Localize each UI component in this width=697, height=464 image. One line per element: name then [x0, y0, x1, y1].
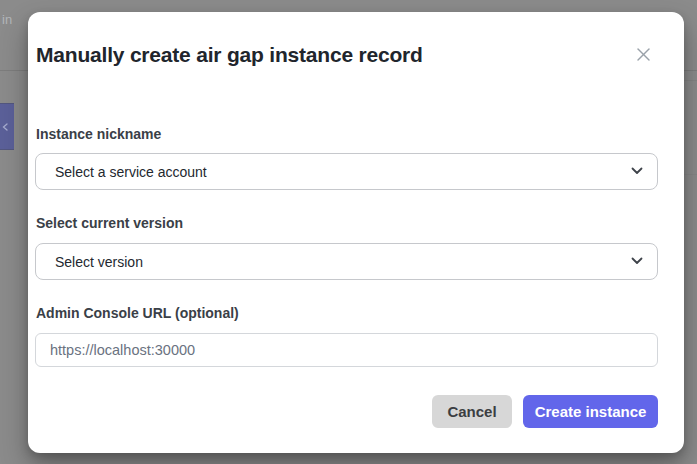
version-select[interactable]: Select version [35, 243, 658, 280]
chevron-left-icon [2, 123, 8, 131]
cancel-button[interactable]: Cancel [432, 395, 512, 428]
admin-console-url-label: Admin Console URL (optional) [36, 306, 239, 321]
background-divider [683, 174, 697, 175]
create-airgap-instance-modal: Manually create air gap instance record … [28, 12, 684, 453]
background-button-edge [0, 103, 14, 150]
current-version-label: Select current version [36, 216, 183, 231]
admin-console-url-input[interactable] [35, 333, 658, 367]
create-instance-button[interactable]: Create instance [523, 395, 658, 428]
instance-nickname-label: Instance nickname [36, 127, 161, 142]
version-select-wrap: Select version [35, 243, 658, 280]
close-icon [635, 46, 652, 63]
service-account-select-wrap: Select a service account [35, 153, 658, 190]
background-divider [683, 80, 697, 81]
modal-title: Manually create air gap instance record [36, 43, 423, 67]
screen: in Manually create air gap instance reco… [0, 0, 697, 464]
background-text-fragment: in [2, 12, 12, 27]
close-button[interactable] [627, 38, 659, 70]
service-account-select[interactable]: Select a service account [35, 153, 658, 190]
